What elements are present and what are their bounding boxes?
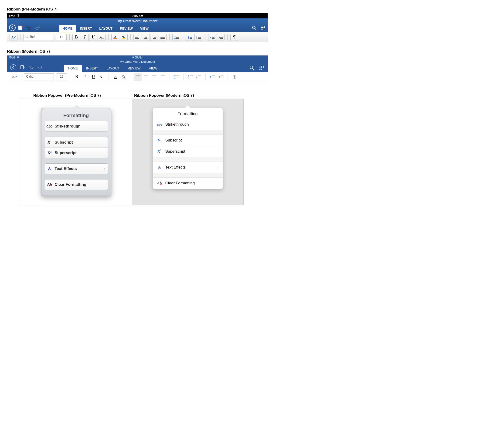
option-label: Strikethrough [55, 124, 81, 129]
font-family-input[interactable]: Calibri [23, 34, 53, 41]
font-size-input[interactable]: 12 [57, 74, 67, 80]
align-center-button[interactable] [142, 73, 150, 81]
svg-text:3: 3 [196, 38, 197, 39]
strikethrough-option[interactable]: abc Strikethrough [44, 121, 108, 132]
styles-button[interactable]: A [10, 73, 18, 81]
highlight-button[interactable] [120, 73, 128, 81]
align-left-button[interactable] [134, 34, 141, 41]
section-label-popover2: Ribbon Popover (Modern iOS 7) [134, 93, 194, 98]
svg-rect-61 [122, 78, 126, 79]
file-button[interactable] [18, 25, 24, 31]
ribbon-modern: iPad 9:05 AM My Great Word Document [7, 55, 268, 82]
tab-review[interactable]: REVIEW [123, 65, 145, 72]
font-family-input[interactable]: Calibri [24, 74, 54, 80]
font-size-input[interactable]: 11 [56, 34, 67, 41]
option-label: Text Effects [165, 165, 186, 170]
section-label-ribbon2: Ribbon (Modern iOS 7) [7, 49, 268, 54]
undo-button[interactable] [26, 25, 32, 31]
popover-title: Formatting [44, 111, 108, 121]
bold-button[interactable]: B [73, 73, 81, 81]
underline-button[interactable]: U [90, 73, 97, 81]
bold-button[interactable]: B [72, 34, 80, 41]
search-button[interactable] [252, 25, 257, 30]
align-center-button[interactable] [142, 34, 150, 41]
svg-marker-45 [218, 37, 220, 38]
option-label: Superscript [55, 150, 77, 155]
tab-insert[interactable]: INSERT [77, 25, 95, 32]
share-button[interactable] [259, 65, 265, 70]
styles-button[interactable]: A [9, 34, 18, 41]
decrease-indent-button[interactable] [208, 34, 216, 41]
redo-button[interactable] [34, 25, 41, 31]
tab-home[interactable]: HOME [64, 65, 82, 72]
subscript-option[interactable]: X2 Subscript [153, 135, 223, 146]
more-format-button[interactable]: A.. [98, 73, 106, 81]
svg-rect-1 [18, 26, 22, 30]
svg-rect-11 [113, 38, 117, 39]
strikethrough-option[interactable]: abc Strikethrough [153, 119, 223, 130]
align-right-button[interactable] [150, 34, 158, 41]
tab-view[interactable]: VIEW [137, 25, 152, 32]
back-button[interactable] [9, 25, 16, 31]
share-button[interactable] [260, 25, 266, 30]
popover-modern-section: Ribbon Popover (Modern iOS 7) Formatting… [132, 99, 243, 205]
font-color-button[interactable]: A [112, 73, 119, 81]
chevron-right-icon: › [217, 165, 218, 170]
superscript-option[interactable]: X2 Superscript [44, 148, 108, 158]
subscript-option[interactable]: X2 Subscript [44, 137, 108, 148]
italic-button[interactable]: I [81, 73, 89, 81]
svg-point-49 [18, 58, 18, 58]
tab-review[interactable]: REVIEW [117, 25, 136, 32]
superscript-option[interactable]: X2 Superscript [153, 146, 223, 157]
decrease-indent-button[interactable] [208, 73, 216, 81]
bullet-list-button[interactable] [186, 34, 194, 41]
svg-rect-59 [114, 78, 117, 79]
option-label: Subscript [165, 138, 182, 143]
subscript-icon: X2 [157, 138, 162, 143]
clear-formatting-option[interactable]: Ab Clear Formatting [153, 178, 223, 189]
svg-marker-41 [210, 37, 211, 38]
home-toolbar: A Calibri 12 B I U A.. A 123 [7, 72, 268, 82]
popover-title: Formatting [153, 108, 223, 119]
tab-view[interactable]: VIEW [145, 65, 162, 72]
show-marks-button[interactable]: ¶ [231, 73, 238, 81]
strikethrough-icon: abc [157, 122, 162, 127]
clear-formatting-icon: Ab [47, 182, 52, 187]
tab-layout[interactable]: LAYOUT [102, 65, 123, 72]
tab-insert[interactable]: INSERT [82, 65, 102, 72]
numbered-list-button[interactable]: 123 [195, 73, 203, 81]
highlight-button[interactable] [120, 34, 128, 41]
italic-button[interactable]: I [81, 34, 89, 41]
svg-line-52 [252, 68, 254, 70]
undo-button[interactable] [29, 65, 34, 69]
subscript-icon: X2 [47, 140, 52, 145]
increase-indent-button[interactable] [216, 34, 225, 41]
clear-formatting-option[interactable]: Ab Clear Formatting [44, 179, 108, 190]
font-color-button[interactable]: A [111, 34, 119, 41]
file-button[interactable] [20, 65, 25, 70]
more-format-button[interactable]: A.. [98, 34, 106, 41]
underline-button[interactable]: U [89, 34, 97, 41]
numbered-list-button[interactable]: 123 [195, 34, 202, 41]
increase-indent-button[interactable] [217, 73, 225, 81]
back-button[interactable] [10, 64, 16, 70]
strikethrough-icon: abc [47, 124, 52, 129]
tab-layout[interactable]: LAYOUT [96, 25, 116, 32]
align-left-button[interactable] [134, 73, 142, 81]
bullet-list-button[interactable] [186, 73, 194, 81]
align-right-button[interactable] [151, 73, 158, 81]
align-justify-button[interactable] [159, 73, 167, 81]
search-button[interactable] [249, 65, 254, 70]
align-justify-button[interactable] [159, 34, 167, 41]
tab-home[interactable]: HOME [59, 25, 76, 32]
redo-button[interactable] [38, 65, 43, 69]
show-marks-button[interactable]: ¶ [230, 34, 238, 41]
line-spacing-button[interactable] [172, 34, 180, 41]
text-effects-option[interactable]: A Text Effects › [44, 163, 108, 174]
text-effects-option[interactable]: A Text Effects › [153, 162, 223, 173]
wifi-icon [16, 56, 20, 59]
superscript-icon: X2 [47, 150, 52, 155]
line-spacing-button[interactable] [172, 73, 180, 81]
wifi-icon [17, 14, 20, 17]
status-time: 9:05 AM [132, 14, 143, 18]
